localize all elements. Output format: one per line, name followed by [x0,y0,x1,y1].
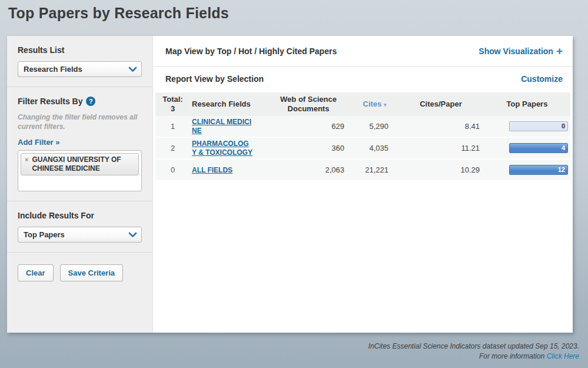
row-cites-per-paper: 10.29 [397,165,485,174]
row-top-papers: 0 [485,121,569,131]
column-research-fields[interactable]: Research Fields [189,100,264,109]
map-view-header: Map View by Top / Hot / Highly Cited Pap… [153,36,573,67]
table-header-row: Total: 3 Research Fields Web of Science … [155,92,570,116]
research-field-link[interactable]: PHARMACOLOGY & TOXICOLOGY [192,140,253,157]
customize-link[interactable]: Customize [521,74,563,84]
row-field: ALL FIELDS [189,165,264,174]
report-table: Total: 3 Research Fields Web of Science … [155,92,570,181]
actions-section: Clear Save Criteria [7,253,152,291]
top-papers-bar[interactable]: 0 [509,121,568,131]
clear-button[interactable]: Clear [18,264,54,281]
row-cites: 21,221 [353,165,397,174]
include-results-section: Include Results For Top Papers [7,201,152,253]
table-row: 0 ALL FIELDS 2,063 21,221 10.29 12 [155,160,570,181]
row-cites: 4,035 [353,144,397,152]
total-count: 3 [157,104,189,114]
row-cites-per-paper: 8.41 [397,122,485,131]
plus-icon: + [556,47,563,55]
click-here-link[interactable]: Click Here [547,352,579,360]
top-papers-bar[interactable]: 12 [509,165,568,175]
content-panels: Results List Research Fields Filter Resu… [7,36,573,333]
filter-heading: Filter Results By ? [18,97,142,106]
row-rank: 1 [157,122,189,131]
show-visualization-label: Show Visualization [479,47,553,56]
research-field-link[interactable]: ALL FIELDS [192,166,232,174]
sidebar: Results List Research Fields Filter Resu… [7,36,153,333]
results-list-select[interactable]: Research Fields [18,61,142,77]
dataset-footer: InCites Essential Science Indicators dat… [0,333,588,362]
chevron-down-icon [128,67,137,72]
include-results-label: Include Results For [18,211,94,220]
include-results-selected-value: Top Papers [24,230,65,239]
page-title: Top Papers by Research Fields [0,0,588,22]
show-visualization-link[interactable]: Show Visualization + [479,47,563,56]
row-top-papers: 4 [485,143,569,153]
filter-section: Filter Results By ? Changing the filter … [7,87,152,201]
table-row: 1 CLINICAL MEDICINE 629 5,290 8.41 0 [155,116,570,138]
total-label: Total: [157,95,189,104]
column-wos-documents[interactable]: Web of Science Documents [264,95,353,113]
report-view-title: Report View by Selection [165,74,264,84]
row-wos-documents: 2,063 [264,165,353,174]
main-panel: Map View by Top / Hot / Highly Cited Pap… [153,36,573,333]
report-view-header: Report View by Selection Customize [153,67,573,91]
help-icon[interactable]: ? [86,97,95,106]
row-rank: 2 [157,144,189,152]
row-top-papers: 12 [485,165,569,175]
remove-filter-icon[interactable]: × [25,155,28,164]
table-row: 2 PHARMACOLOGY & TOXICOLOGY 360 4,035 11… [155,138,570,160]
filter-note: Changing the filter field removes all cu… [18,112,142,131]
results-list-label: Results List [18,45,64,55]
column-cites-sort[interactable]: Cites ▾ [353,100,397,109]
filter-tag[interactable]: × GUANGXI UNIVERSITY OF CHINESE MEDICINE [21,153,139,175]
column-top-papers[interactable]: Top Papers [485,100,569,109]
row-field: CLINICAL MEDICINE [189,118,264,135]
top-papers-bar[interactable]: 4 [509,143,568,153]
row-field: PHARMACOLOGY & TOXICOLOGY [189,140,264,157]
add-filter-link[interactable]: Add Filter » [18,138,60,147]
results-list-heading: Results List [18,45,142,55]
results-list-section: Results List Research Fields [7,36,152,87]
map-view-title: Map View by Top / Hot / Highly Cited Pap… [165,47,337,56]
include-results-select[interactable]: Top Papers [18,227,142,243]
save-criteria-button[interactable]: Save Criteria [60,264,124,281]
include-results-heading: Include Results For [18,211,142,220]
column-cites-per-paper[interactable]: Cites/Paper [397,100,485,109]
row-rank: 0 [157,165,189,174]
column-total: Total: 3 [157,95,189,113]
active-filters-box: × GUANGXI UNIVERSITY OF CHINESE MEDICINE [18,150,142,191]
row-wos-documents: 360 [264,144,353,152]
research-field-link[interactable]: CLINICAL MEDICINE [192,118,253,135]
sort-descending-icon: ▾ [384,102,387,108]
dataset-updated-note: InCites Essential Science Indicators dat… [0,342,579,352]
results-list-selected-value: Research Fields [24,65,82,74]
chevron-down-icon [128,232,137,238]
row-cites: 5,290 [353,122,397,131]
row-wos-documents: 629 [264,122,353,131]
filter-tag-label: GUANGXI UNIVERSITY OF CHINESE MEDICINE [32,155,134,173]
more-info-note: For more information [479,352,544,360]
filter-heading-label: Filter Results By [18,97,82,106]
cites-column-label: Cites [363,100,382,108]
row-cites-per-paper: 11.21 [397,144,485,152]
